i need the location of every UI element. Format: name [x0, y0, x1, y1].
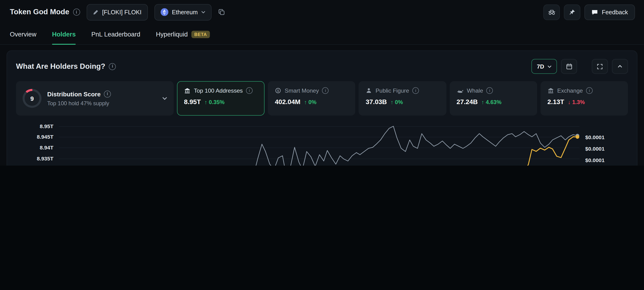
info-icon[interactable]	[104, 90, 111, 97]
distribution-score-card[interactable]: 9 Distribution Score Top 100 hold 47% su…	[16, 81, 174, 116]
distribution-score-gauge: 9	[22, 89, 42, 108]
feedback-button[interactable]: Feedback	[584, 4, 635, 20]
incognito-button[interactable]	[544, 4, 560, 20]
time-range-label: 7D	[537, 63, 544, 70]
token-select-button[interactable]: [FLOKI] FLOKI	[86, 4, 148, 20]
tab-label: PnL Leaderboard	[92, 31, 140, 38]
tab-label: Hyperliquid	[156, 31, 188, 38]
tab-label: Overview	[10, 31, 36, 38]
exchange-icon	[548, 87, 554, 94]
feedback-label: Feedback	[602, 9, 628, 15]
panel-title-text: What Are Holders Doing?	[16, 62, 105, 71]
right-axis-title: Token Price	[619, 126, 628, 165]
holders-panel: What Are Holders Doing? 7D	[6, 50, 638, 165]
stat-card-top-100-addresses[interactable]: Top 100 Addresses 8.95T ↑ 0.35%	[177, 81, 264, 116]
info-icon[interactable]	[486, 87, 493, 94]
chain-select-button[interactable]: Ethereum	[154, 4, 212, 20]
right-axis-ticks: $0.0001$0.0001$0.0001$0.0001$0.0001$0.00…	[580, 126, 619, 165]
stat-card-label: Top 100 Addresses	[194, 87, 243, 94]
info-icon[interactable]	[412, 87, 419, 94]
info-icon[interactable]	[109, 63, 116, 70]
stat-card-delta: ↑ 0%	[391, 99, 403, 105]
app-title: Token God Mode	[10, 8, 80, 16]
chevron-down-icon	[201, 11, 206, 13]
info-icon[interactable]	[73, 9, 80, 16]
tab-overview[interactable]: Overview	[10, 24, 36, 45]
info-icon[interactable]	[322, 87, 329, 94]
top-right-actions: Feedback	[544, 4, 635, 20]
main-content: What Are Holders Doing? 7D	[0, 45, 644, 165]
left-axis-tick: 8.945T	[37, 134, 54, 140]
stat-card-label: Whale	[467, 87, 483, 94]
stat-cards-row: 9 Distribution Score Top 100 hold 47% su…	[16, 81, 628, 116]
left-axis-title: Balance	[16, 126, 24, 165]
stat-card-value: 8.95T	[184, 99, 201, 106]
fullscreen-button[interactable]	[592, 59, 608, 74]
left-axis-ticks: 8.95T8.945T8.94T8.935T8.93T8.925T8.92T8.…	[24, 126, 58, 165]
token-select-label: [FLOKI] FLOKI	[102, 9, 142, 15]
time-range-button[interactable]: 7D	[532, 59, 557, 74]
chevron-down-icon	[548, 65, 552, 68]
chevron-up-icon	[618, 65, 622, 68]
stat-card-exchange[interactable]: Exchange 2.13T ↓ 1.3%	[540, 81, 628, 116]
stat-card-value: 37.03B	[366, 99, 387, 106]
pin-button[interactable]	[564, 4, 580, 20]
stat-card-value: 27.24B	[456, 99, 478, 106]
chain-select-label: Ethereum	[172, 9, 198, 15]
stat-card-label: Exchange	[557, 87, 583, 94]
tab-bar: Overview Holders PnL Leaderboard Hyperli…	[0, 24, 644, 45]
tab-holders[interactable]: Holders	[52, 24, 76, 45]
stat-card-value: 2.13T	[548, 99, 564, 106]
chart-series-svg	[59, 126, 580, 165]
tab-label: Holders	[52, 31, 76, 38]
stat-card-label: Public Figure	[376, 87, 409, 94]
svg-text:$: $	[277, 89, 279, 93]
copy-icon[interactable]	[218, 9, 225, 16]
pencil-icon	[92, 9, 98, 15]
tab-hyperliquid[interactable]: Hyperliquid BETA	[156, 24, 210, 45]
beta-badge: BETA	[192, 31, 210, 38]
token-price-line	[59, 126, 578, 165]
left-axis-tick: 8.94T	[40, 145, 54, 150]
pin-icon	[569, 9, 576, 15]
incognito-icon	[548, 9, 556, 15]
panel-header: What Are Holders Doing? 7D	[16, 59, 628, 74]
panel-title: What Are Holders Doing?	[16, 62, 116, 71]
distribution-score-text: Distribution Score Top 100 hold 47% supp…	[47, 90, 111, 106]
distribution-score-value: 9	[24, 91, 39, 106]
right-axis-tick: $0.0001	[585, 157, 604, 163]
fullscreen-icon	[597, 63, 603, 69]
coin-icon: $	[275, 87, 282, 94]
balance-line	[59, 137, 578, 165]
stat-card-smart-money[interactable]: $ Smart Money 402.04M ↑ 0%	[268, 81, 356, 116]
stat-card-whale[interactable]: Whale 27.24B ↑ 4.63%	[450, 81, 537, 116]
info-icon[interactable]	[586, 87, 593, 94]
top-bar: Token God Mode [FLOKI] FLOKI Ethereum	[0, 0, 644, 24]
stat-card-public-figure[interactable]: Public Figure 37.03B ↑ 0%	[359, 81, 446, 116]
balance-end-dot	[576, 135, 579, 139]
bank-icon	[184, 87, 190, 94]
holders-chart: Balance 8.95T8.945T8.94T8.935T8.93T8.925…	[16, 126, 628, 165]
chevron-down-icon[interactable]	[162, 97, 167, 100]
collapse-button[interactable]	[612, 59, 628, 74]
distribution-score-label: Distribution Score	[47, 90, 101, 97]
tab-pnl-leaderboard[interactable]: PnL Leaderboard	[92, 24, 140, 45]
stat-card-delta: ↓ 1.3%	[568, 99, 585, 105]
calendar-button[interactable]	[561, 59, 577, 74]
stat-card-delta: ↑ 0%	[304, 99, 316, 105]
stat-card-value: 402.04M	[275, 99, 300, 106]
panel-controls: 7D	[532, 59, 628, 74]
page: Token God Mode [FLOKI] FLOKI Ethereum	[0, 0, 644, 165]
calendar-icon	[566, 63, 572, 70]
plot-area[interactable]	[59, 126, 580, 165]
info-icon[interactable]	[246, 87, 253, 94]
right-axis-tick: $0.0001	[585, 146, 604, 152]
whale-icon	[456, 88, 464, 93]
stat-card-label: Smart Money	[285, 87, 319, 94]
left-axis-tick: 8.935T	[37, 155, 54, 161]
stat-card-delta: ↑ 4.63%	[481, 99, 501, 105]
ethereum-logo-icon	[160, 8, 168, 16]
chat-bubble-icon	[592, 9, 598, 15]
app-title-text: Token God Mode	[10, 8, 69, 16]
person-icon	[366, 87, 372, 94]
